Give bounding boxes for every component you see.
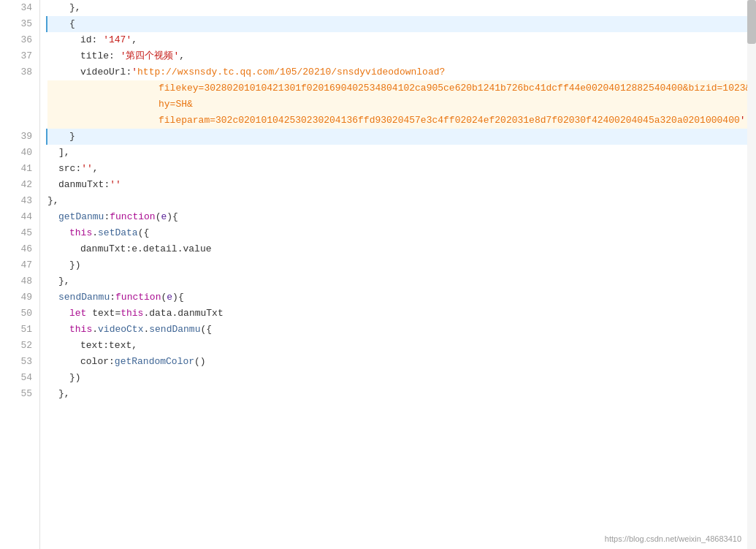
code-line-42: danmuTxt:'' [47,177,756,193]
code-line-38: videoUrl:'http://wxsnsdy.tc.qq.com/105/2… [47,64,756,80]
line-num-37: 37 [0,48,32,64]
line-num-38c [0,96,32,113]
line-num-49: 49 [0,289,32,306]
code-line-54: }) [47,370,756,386]
line-num-41: 41 [0,161,32,177]
line-num-40: 40 [0,145,32,161]
code-line-39: } [46,129,756,145]
line-num-43: 43 [0,193,32,209]
line-num-36: 36 [0,32,32,48]
line-num-50: 50 [0,306,32,322]
code-line-34: }, [47,0,756,16]
line-num-51: 51 [0,322,32,338]
code-line-38-fileparam: fileparam=302c020101042530230204136ffd93… [47,113,756,129]
code-line-52: text:text, [47,338,756,354]
code-line-35: { [46,16,756,32]
line-num-39: 39 [0,129,32,145]
scrollbar-thumb[interactable] [747,0,756,44]
code-line-55: }, [47,386,756,402]
code-line-37: title: '第四个视频', [47,48,756,64]
line-num-53: 53 [0,354,32,370]
code-line-41: src:'', [47,161,756,177]
code-line-46: danmuTxt:e.detail.value [47,241,756,257]
line-num-55: 55 [0,386,32,402]
code-line-50: let text=this.data.danmuTxt [47,306,756,322]
code-line-44: getDanmu:function(e){ [47,209,756,225]
line-numbers: 34 35 36 37 38 39 40 41 42 43 44 45 46 4… [0,0,40,549]
code-area[interactable]: }, { id: '147', title: '第四个视频', videoUrl… [40,0,756,549]
line-num-34: 34 [0,0,32,16]
line-num-47: 47 [0,257,32,273]
code-line-45: this.setData({ [47,225,756,241]
line-num-44: 44 [0,209,32,225]
code-line-38-hy: hy=SH& [47,96,756,113]
line-num-54: 54 [0,370,32,386]
code-line-43: }, [47,193,756,209]
line-num-38: 38 [0,64,32,80]
line-num-38d [0,113,32,129]
line-num-42: 42 [0,177,32,193]
line-num-38b [0,80,32,96]
code-line-47: }) [47,257,756,273]
code-line-40: ], [47,145,756,161]
watermark: https://blog.csdn.net/weixin_48683410 [605,534,741,543]
line-num-46: 46 [0,241,32,257]
code-line-36: id: '147', [47,32,756,48]
code-editor: 34 35 36 37 38 39 40 41 42 43 44 45 46 4… [0,0,756,549]
code-line-49: sendDanmu:function(e){ [47,289,756,306]
code-line-48: }, [47,273,756,289]
line-num-45: 45 [0,225,32,241]
line-num-48: 48 [0,273,32,289]
code-line-38-filekey: filekey=30280201010421301f02016904025348… [47,80,756,96]
code-line-53: color:getRandomColor() [47,354,756,370]
code-line-51: this.videoCtx.sendDanmu({ [47,322,756,338]
scrollbar-track[interactable] [747,0,756,549]
line-num-35: 35 [0,16,32,32]
line-num-52: 52 [0,338,32,354]
